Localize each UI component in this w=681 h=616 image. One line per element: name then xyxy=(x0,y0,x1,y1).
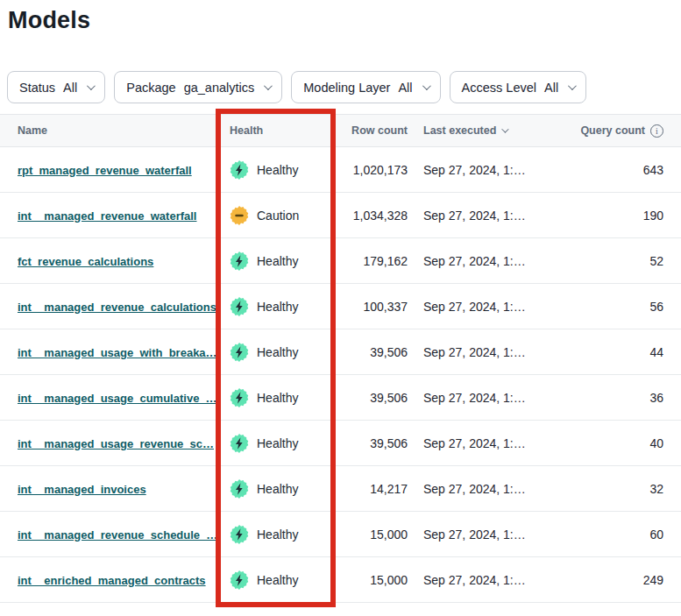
model-link[interactable]: int__managed_revenue_waterfall xyxy=(18,209,196,223)
row-count-cell: 39,506 xyxy=(336,436,412,450)
health-label: Healthy xyxy=(257,436,298,450)
healthy-lightning-badge-icon xyxy=(230,297,249,316)
query-count-cell: 60 xyxy=(574,527,663,542)
last-executed-cell: Sep 27, 2024, 1:… xyxy=(412,391,574,405)
healthy-lightning-badge-icon xyxy=(230,434,249,453)
health-cell: Healthy xyxy=(216,343,336,362)
health-label: Caution xyxy=(257,209,299,223)
model-name-cell: rpt_managed_revenue_waterfall xyxy=(18,163,216,177)
last-executed-cell: Sep 27, 2024, 1:… xyxy=(412,300,574,314)
row-count-cell: 100,337 xyxy=(336,300,412,314)
last-executed-cell: Sep 27, 2024, 1:… xyxy=(412,482,574,496)
healthy-lightning-badge-icon xyxy=(230,570,249,590)
query-count-cell: 190 xyxy=(574,209,663,223)
row-count-cell: 179,162 xyxy=(336,254,412,268)
query-count-cell: 249 xyxy=(574,573,663,587)
last-executed-cell: Sep 27, 2024, 1:… xyxy=(412,163,574,177)
access-level-filter[interactable]: Access LevelAll xyxy=(450,71,587,103)
table-row: int__managed_revenue_schedule_… Healthy … xyxy=(0,512,681,557)
filter-label: Modeling Layer xyxy=(303,81,390,95)
health-cell: Caution xyxy=(216,206,336,225)
health-label: Healthy xyxy=(257,527,298,542)
health-cell: Healthy xyxy=(216,251,336,271)
row-count-cell: 14,217 xyxy=(336,482,412,496)
row-count-cell: 39,506 xyxy=(336,345,412,359)
model-name-cell: int__managed_revenue_calculations xyxy=(18,300,216,314)
table-row: int__managed_invoices Healthy 14,217 Sep… xyxy=(0,466,681,512)
filter-bar: StatusAll Packagega_analytics Modeling L… xyxy=(7,71,674,103)
healthy-lightning-badge-icon xyxy=(230,251,249,271)
table-row: int__managed_usage_with_breaka… Healthy … xyxy=(0,329,681,375)
health-label: Healthy xyxy=(257,254,298,268)
last-executed-cell: Sep 27, 2024, 1:… xyxy=(412,254,574,268)
model-name-cell: int__managed_usage_cumulative_… xyxy=(18,391,216,405)
health-cell: Healthy xyxy=(216,434,336,453)
model-name-cell: int__managed_usage_revenue_sc… xyxy=(18,436,216,450)
query-count-cell: 44 xyxy=(574,345,663,359)
sort-chevron-down-icon xyxy=(502,125,509,132)
query-count-cell: 36 xyxy=(574,391,663,405)
model-name-cell: int__enriched_managed_contracts xyxy=(18,573,216,587)
query-count-cell: 643 xyxy=(574,163,663,177)
health-label: Healthy xyxy=(257,482,298,496)
filter-value: All xyxy=(63,81,77,95)
healthy-lightning-badge-icon xyxy=(230,160,249,180)
chevron-down-icon xyxy=(422,81,431,90)
package-filter[interactable]: Packagega_analytics xyxy=(114,71,282,103)
last-executed-cell: Sep 27, 2024, 1:… xyxy=(412,573,574,587)
health-cell: Healthy xyxy=(216,297,336,316)
filter-value: ga_analytics xyxy=(184,81,255,95)
filter-value: All xyxy=(544,81,558,95)
modeling-layer-filter[interactable]: Modeling LayerAll xyxy=(291,71,440,103)
model-name-cell: int__managed_revenue_schedule_… xyxy=(18,527,216,542)
health-cell: Healthy xyxy=(216,160,336,180)
query-count-cell: 52 xyxy=(574,254,663,268)
last-executed-cell: Sep 27, 2024, 1:… xyxy=(412,436,574,450)
model-link[interactable]: int__managed_invoices xyxy=(18,483,146,496)
query-count-cell: 32 xyxy=(574,482,663,496)
column-header-name: Name xyxy=(18,124,216,137)
table-row: rpt_managed_revenue_waterfall Healthy 1,… xyxy=(0,147,681,193)
model-link[interactable]: int__managed_usage_cumulative_… xyxy=(18,392,216,405)
model-link[interactable]: int__managed_revenue_calculations xyxy=(18,301,216,314)
health-label: Healthy xyxy=(257,573,298,587)
model-name-cell: fct_revenue_calculations xyxy=(18,254,216,268)
health-cell: Healthy xyxy=(216,570,336,590)
column-header-row-count: Row count xyxy=(336,124,412,137)
health-cell: Healthy xyxy=(216,525,336,544)
model-link[interactable]: int__managed_usage_revenue_sc… xyxy=(18,437,214,450)
table-header-row: Name Health Row count Last executed Quer… xyxy=(0,114,681,147)
model-link[interactable]: fct_revenue_calculations xyxy=(18,255,153,268)
table-row: int__enriched_managed_contracts Healthy … xyxy=(0,557,681,603)
info-circle-icon[interactable]: i xyxy=(650,124,663,138)
filter-label: Access Level xyxy=(462,81,536,95)
model-link[interactable]: int__enriched_managed_contracts xyxy=(18,574,206,587)
last-executed-cell: Sep 27, 2024, 1:… xyxy=(412,345,574,359)
table-body: rpt_managed_revenue_waterfall Healthy 1,… xyxy=(0,147,681,603)
healthy-lightning-badge-icon xyxy=(230,525,249,544)
filter-label: Package xyxy=(126,81,175,95)
table-row: int__managed_usage_cumulative_… Healthy … xyxy=(0,375,681,421)
health-label: Healthy xyxy=(257,163,298,177)
model-link[interactable]: int__managed_revenue_schedule_… xyxy=(18,528,216,542)
column-header-health: Health xyxy=(216,124,336,137)
models-table: Name Health Row count Last executed Quer… xyxy=(0,114,681,603)
last-executed-cell: Sep 27, 2024, 1:… xyxy=(412,527,574,542)
filter-value: All xyxy=(398,81,412,95)
column-header-last-executed[interactable]: Last executed xyxy=(412,124,574,137)
model-link[interactable]: rpt_managed_revenue_waterfall xyxy=(18,164,192,177)
healthy-lightning-badge-icon xyxy=(230,479,249,499)
chevron-down-icon xyxy=(87,81,96,90)
health-cell: Healthy xyxy=(216,388,336,407)
model-link[interactable]: int__managed_usage_with_breaka… xyxy=(18,346,216,359)
healthy-lightning-badge-icon xyxy=(230,343,249,362)
last-executed-cell: Sep 27, 2024, 1:… xyxy=(412,209,574,223)
row-count-cell: 15,000 xyxy=(336,527,412,542)
model-name-cell: int__managed_usage_with_breaka… xyxy=(18,345,216,359)
table-row: int__managed_usage_revenue_sc… Healthy 3… xyxy=(0,421,681,466)
model-name-cell: int__managed_revenue_waterfall xyxy=(18,209,216,223)
health-label: Healthy xyxy=(257,300,298,314)
column-header-query-count: Query counti xyxy=(574,124,663,138)
status-filter[interactable]: StatusAll xyxy=(7,71,105,103)
healthy-lightning-badge-icon xyxy=(230,388,249,407)
